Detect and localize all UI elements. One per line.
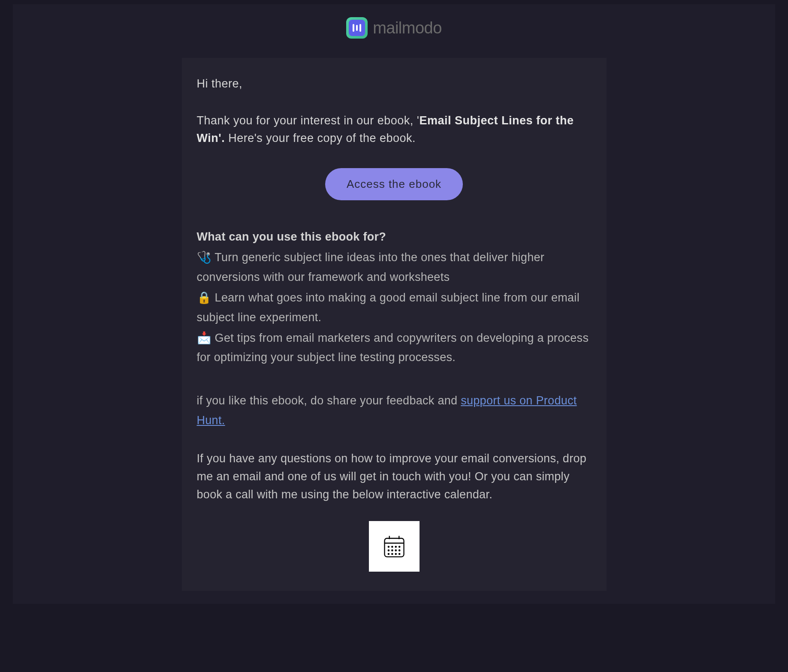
lock-icon: 🔒 [197,291,211,304]
svg-point-7 [399,546,400,547]
bullet-item: 📩 Get tips from email marketers and copy… [197,328,592,368]
greeting-text: Hi there, [197,77,592,90]
svg-point-9 [392,550,392,551]
intro-paragraph: Thank you for your interest in our ebook… [197,112,592,147]
svg-point-13 [392,553,392,554]
feedback-paragraph: if you like this ebook, do share your fe… [197,391,592,431]
intro-prefix: Thank you for your interest in our ebook… [197,114,420,127]
calendar-widget[interactable] [369,521,420,572]
email-body-container: Hi there, Thank you for your interest in… [182,58,607,591]
brand-name: mailmodo [373,19,442,37]
mailmodo-logo-icon [346,17,368,39]
bullet-text: Get tips from email marketers and copywr… [197,331,589,364]
svg-point-14 [395,553,396,554]
svg-point-8 [388,550,389,551]
bullet-text: Turn generic subject line ideas into the… [197,251,545,283]
calendar-icon [381,533,407,559]
section-heading: What can you use this ebook for? [197,230,592,244]
envelope-icon: 📩 [197,331,211,344]
svg-point-5 [392,546,392,547]
bullet-item: 🔒 Learn what goes into making a good ema… [197,288,592,328]
svg-point-11 [399,550,400,551]
email-outer-container: mailmodo Hi there, Thank you for your in… [13,4,775,604]
closing-paragraph: If you have any questions on how to impr… [197,450,592,504]
svg-point-12 [388,553,389,554]
feedback-prefix: if you like this ebook, do share your fe… [197,394,461,407]
access-ebook-button[interactable]: Access the ebook [325,168,463,200]
svg-point-10 [395,550,396,551]
svg-point-6 [395,546,396,547]
svg-rect-0 [384,538,404,557]
stethoscope-icon: 🩺 [197,251,211,264]
bullet-list: 🩺 Turn generic subject line ideas into t… [197,248,592,368]
bullet-item: 🩺 Turn generic subject line ideas into t… [197,248,592,287]
intro-suffix: Here's your free copy of the ebook. [225,132,416,145]
svg-point-15 [399,553,400,554]
svg-point-4 [388,546,389,547]
brand-logo-section: mailmodo [13,17,775,39]
bullet-text: Learn what goes into making a good email… [197,291,580,324]
